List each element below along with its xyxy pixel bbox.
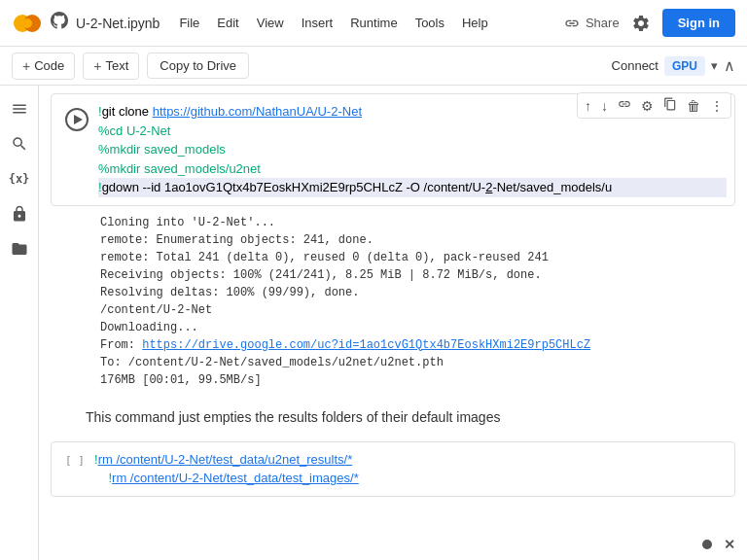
collapse-button[interactable]: ∧ bbox=[724, 56, 735, 75]
sidebar-icon-search[interactable] bbox=[4, 128, 35, 159]
cell-toolbar: ↑ ↓ ⚙ 🗑 ⋮ bbox=[577, 92, 731, 119]
cell2-bracket: [ ] bbox=[59, 450, 90, 467]
copy-cell-icon[interactable] bbox=[660, 95, 680, 116]
menu-runtime[interactable]: Runtime bbox=[342, 12, 405, 34]
link-icon[interactable] bbox=[615, 95, 634, 116]
menu-view[interactable]: View bbox=[249, 12, 292, 34]
dot-icon[interactable] bbox=[702, 540, 712, 549]
output-line-7: Downloading... bbox=[100, 319, 724, 336]
code-line-5: !gdown --id 1ao1ovG1Qtx4b7EoskHXmi2E9rp5… bbox=[98, 178, 727, 197]
output-line-10: 176MB [00:01, 99.5MB/s] bbox=[100, 371, 724, 389]
output-line-5: Resolving deltas: 100% (99/99), done. bbox=[100, 284, 724, 301]
connect-label: Connect bbox=[612, 58, 658, 73]
main-layout: {x} ↑ ↓ ⚙ 🗑 ⋮ bbox=[0, 86, 747, 560]
code-line-2: %cd U-2-Net bbox=[98, 122, 727, 141]
code-line-3: %mkdir saved_models bbox=[98, 140, 727, 159]
text-cell: This command just empties the results fo… bbox=[39, 397, 747, 438]
toolbar: + Code + Text Copy to Drive Connect GPU … bbox=[0, 47, 747, 86]
sidebar-icon-variables[interactable]: {x} bbox=[4, 163, 35, 194]
top-right: Share Sign in bbox=[564, 9, 735, 37]
code-row-2: [ ] !rm /content/U-2-Net/test_data/u2net… bbox=[52, 442, 734, 496]
cell2-line2: !rm /content/U-2-Net/test_data/test_imag… bbox=[94, 469, 727, 488]
output-line-6: /content/U-2-Net bbox=[100, 301, 724, 319]
code-inner-2: !rm /content/U-2-Net/test_data/u2net_res… bbox=[94, 442, 734, 496]
gpu-dropdown[interactable]: ▾ bbox=[711, 58, 718, 73]
code-cell-2: [ ] !rm /content/U-2-Net/test_data/u2net… bbox=[51, 441, 735, 497]
github-icon bbox=[51, 12, 68, 34]
output-line-1: Cloning into 'U-2-Net'... bbox=[100, 214, 724, 231]
signin-button[interactable]: Sign in bbox=[662, 9, 735, 37]
file-title: U-2-Net.ipynb bbox=[76, 16, 160, 31]
output-line-9: To: /content/U-2-Net/saved_models/u2net/… bbox=[100, 354, 724, 371]
run-button[interactable] bbox=[65, 108, 89, 131]
menu-file[interactable]: File bbox=[171, 12, 207, 34]
more-options-icon[interactable]: ⋮ bbox=[707, 96, 727, 116]
delete-cell-icon[interactable]: 🗑 bbox=[684, 96, 703, 116]
sidebar-icon-files[interactable] bbox=[4, 233, 35, 264]
sidebar-icon-menu[interactable] bbox=[4, 93, 35, 124]
copy-to-drive-button[interactable]: Copy to Drive bbox=[147, 52, 249, 79]
settings-cell-icon[interactable]: ⚙ bbox=[638, 96, 657, 116]
plus-icon-text: + bbox=[93, 58, 101, 74]
code-cell-1: ↑ ↓ ⚙ 🗑 ⋮ bbox=[51, 93, 735, 206]
plus-icon: + bbox=[22, 58, 30, 74]
output-line-3: remote: Total 241 (delta 0), reused 0 (d… bbox=[100, 249, 724, 266]
close-icon[interactable]: ✕ bbox=[724, 537, 735, 552]
output-line-8: From: https://drive.google.com/uc?id=1ao… bbox=[100, 336, 724, 354]
menu-edit[interactable]: Edit bbox=[209, 12, 246, 34]
toolbar-right: Connect GPU ▾ ∧ bbox=[612, 56, 735, 76]
menu-help[interactable]: Help bbox=[454, 12, 496, 34]
cell2-line1: !rm /content/U-2-Net/test_data/u2net_res… bbox=[94, 450, 727, 470]
move-down-icon[interactable]: ↓ bbox=[598, 96, 611, 116]
settings-icon[interactable] bbox=[631, 14, 651, 33]
svg-point-2 bbox=[22, 18, 32, 28]
menu-bar: File Edit View Insert Runtime Tools Help bbox=[171, 12, 495, 34]
output-line-2: remote: Enumerating objects: 241, done. bbox=[100, 231, 724, 249]
add-text-button[interactable]: + Text bbox=[83, 52, 139, 80]
move-up-icon[interactable]: ↑ bbox=[582, 96, 594, 116]
menu-tools[interactable]: Tools bbox=[408, 12, 452, 34]
sidebar-icon-secrets[interactable] bbox=[4, 198, 35, 229]
share-button[interactable]: Share bbox=[564, 16, 620, 31]
menu-insert[interactable]: Insert bbox=[294, 12, 341, 34]
add-code-button[interactable]: + Code bbox=[12, 52, 75, 80]
sidebar: {x} bbox=[0, 86, 39, 560]
output-line-4: Receiving objects: 100% (241/241), 8.25 … bbox=[100, 266, 724, 284]
output-area: Cloning into 'U-2-Net'... remote: Enumer… bbox=[51, 206, 735, 397]
notebook-content: ↑ ↓ ⚙ 🗑 ⋮ bbox=[39, 86, 747, 560]
bottom-status: ✕ bbox=[702, 537, 735, 552]
colab-logo bbox=[12, 8, 43, 39]
gpu-badge: GPU bbox=[664, 56, 705, 76]
code-line-4: %mkdir saved_models/u2net bbox=[98, 159, 727, 179]
top-bar: U-2-Net.ipynb File Edit View Insert Runt… bbox=[0, 0, 747, 47]
